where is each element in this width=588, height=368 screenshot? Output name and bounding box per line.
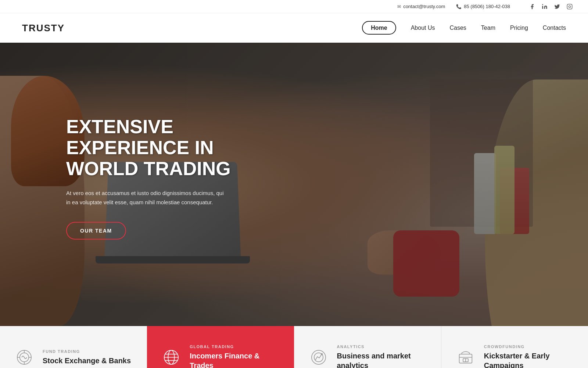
nav-link-about[interactable]: About Us [411,25,435,31]
card-global-trading-category: GLOBAL TRADING [190,344,280,349]
card-crowdfunding-category: CROWDFUNDING [484,344,575,349]
nav-item-pricing[interactable]: Pricing [510,25,528,31]
nav-links: Home About Us Cases Team Pricing Contact… [362,25,566,31]
nav-item-contacts[interactable]: Contacts [543,25,566,31]
hero-subtitle: At vero eos et accusamus et iusto odio d… [66,188,228,207]
logo: TRUSTY [22,22,65,34]
nav-link-team[interactable]: Team [481,25,495,31]
nav-item-about[interactable]: About Us [411,25,435,31]
social-links [528,3,573,10]
facebook-icon[interactable] [528,3,536,10]
instagram-icon[interactable] [566,3,573,10]
email-address: contact@trusty.com [403,4,445,9]
card-crowdfunding-title: Kickstarter & Early Campaigns [484,351,575,368]
hero-title: EXTENSIVE EXPERIENCE IN WORLD TRADING [66,116,287,180]
our-team-button[interactable]: OUR TEAM [66,222,126,240]
nav-link-home[interactable]: Home [362,21,396,35]
svg-point-16 [321,354,322,355]
svg-rect-1 [567,4,572,9]
hero-title-line1: EXTENSIVE EXPERIENCE IN [66,116,214,158]
card-fund-trading-title: Stock Exchange & Banks [43,356,131,365]
nav-link-pricing[interactable]: Pricing [510,25,528,31]
card-analytics-category: ANALYTICS [337,344,428,349]
bottom-cards: FUND TRADING Stock Exchange & Banks GLOB… [0,326,588,368]
nav-item-team[interactable]: Team [481,25,495,31]
card-crowdfunding-text: CROWDFUNDING Kickstarter & Early Campaig… [484,344,575,368]
top-bar: ✉ contact@trusty.com 📞 85 (8506) 180-42-… [0,0,588,13]
hero-title-line2: WORLD TRADING [66,158,231,179]
card-fund-trading-category: FUND TRADING [43,349,131,354]
analytics-icon [308,346,330,368]
card-analytics-text: ANALYTICS Business and market analytics [337,344,428,368]
nav-item-home[interactable]: Home [362,25,396,31]
hero-section: EXTENSIVE EXPERIENCE IN WORLD TRADING At… [0,43,588,326]
card-global-trading[interactable]: GLOBAL TRADING Incomers Finance & Trades [147,326,294,368]
card-fund-trading-text: FUND TRADING Stock Exchange & Banks [43,349,131,365]
card-analytics[interactable]: ANALYTICS Business and market analytics [294,326,441,368]
phone-contact: 📞 85 (8506) 180-42-038 [456,4,510,9]
email-icon: ✉ [397,4,401,9]
phone-number: 85 (8506) 180-42-038 [464,4,510,9]
nav-item-cases[interactable]: Cases [449,25,466,31]
card-crowdfunding[interactable]: CROWDFUNDING Kickstarter & Early Campaig… [441,326,588,368]
linkedin-icon[interactable] [541,3,548,10]
nav-link-cases[interactable]: Cases [449,25,466,31]
card-global-trading-text: GLOBAL TRADING Incomers Finance & Trades [190,344,280,368]
card-global-trading-title: Incomers Finance & Trades [190,351,280,368]
twitter-icon[interactable] [553,3,561,10]
hero-content: EXTENSIVE EXPERIENCE IN WORLD TRADING At… [66,116,287,240]
fund-trading-icon [13,346,35,368]
crowdfunding-icon [455,346,477,368]
card-analytics-title: Business and market analytics [337,351,428,368]
card-fund-trading[interactable]: FUND TRADING Stock Exchange & Banks [0,326,147,368]
email-contact: ✉ contact@trusty.com [397,4,445,9]
navbar: TRUSTY Home About Us Cases Team Pricing … [0,13,588,43]
global-trading-icon [160,346,182,368]
phone-icon: 📞 [456,4,462,9]
svg-point-0 [542,4,543,5]
nav-link-contacts[interactable]: Contacts [543,25,566,31]
